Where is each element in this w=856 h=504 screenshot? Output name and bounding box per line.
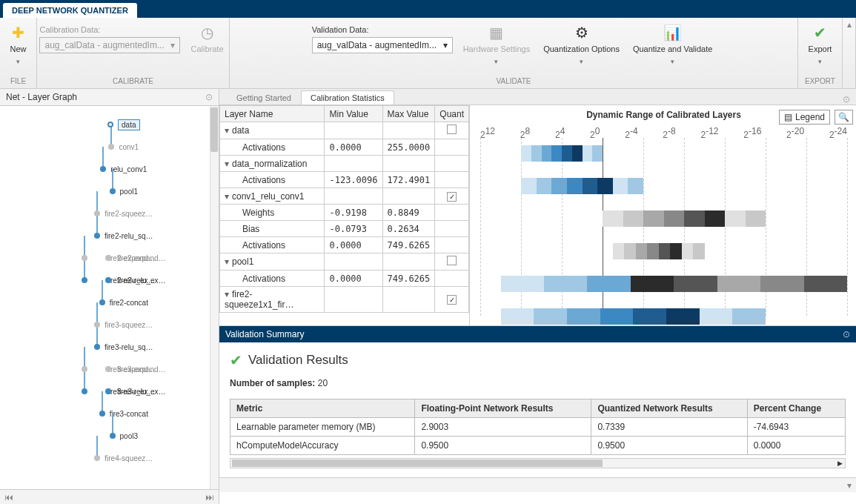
chart-bar — [501, 276, 848, 292]
layer-node[interactable]: fire2-relu_ex…fire2-relu_ex… — [82, 269, 166, 291]
calibration-data-dropdown[interactable]: aug_calData - augmentedIm...▾ — [39, 37, 180, 53]
bar-segment — [600, 308, 634, 325]
validation-data-value: aug_valData - augmentedIm... — [317, 40, 437, 50]
tab-menu-icon[interactable]: ⊙ — [843, 94, 850, 105]
layer-node[interactable]: fire3-concat — [99, 402, 148, 425]
pane-menu-icon[interactable]: ⊙ — [205, 92, 213, 102]
new-button[interactable]: ✚ New — [5, 21, 32, 67]
table-row[interactable]: ▾data — [220, 122, 469, 139]
table-row[interactable]: Bias-0.07930.2634 — [220, 221, 469, 237]
table-scrollbar[interactable]: ◀ ▶ — [230, 458, 846, 468]
table-row[interactable]: Activations0.0000749.6265 — [220, 237, 469, 253]
node-dot — [99, 299, 105, 305]
scroll-thumb[interactable] — [232, 460, 603, 467]
quantize-validate-button[interactable]: 📊 Quantize and Validate — [630, 21, 715, 67]
layer-graph-header: Net - Layer Graph ⊙ — [0, 89, 219, 106]
quantize-checkbox[interactable] — [447, 295, 457, 305]
col-layer-name[interactable]: Layer Name — [220, 106, 325, 122]
bar-segment — [537, 178, 552, 194]
cell-layer: ▾fire2-squeeze1x1_fir… — [220, 287, 325, 313]
scroll-thumb[interactable] — [210, 107, 218, 152]
bar-segment — [592, 145, 603, 162]
layer-node[interactable]: relu_conv1 — [100, 158, 147, 180]
validate-icon: 📊 — [663, 22, 683, 43]
file-group-label: FILE — [6, 77, 30, 85]
quantize-checkbox[interactable] — [447, 125, 457, 134]
cell-pct: -74.6943 — [747, 418, 845, 437]
quantize-checkbox[interactable] — [447, 256, 457, 265]
bar-segment — [693, 243, 704, 259]
tab-getting-started[interactable]: Getting Started — [227, 90, 301, 105]
table-row[interactable]: Activations0.0000255.0000 — [220, 139, 469, 156]
table-row[interactable]: ▾fire2-squeeze1x1_fir… — [220, 287, 469, 313]
legend-label: Legend — [795, 112, 825, 122]
bar-segment — [664, 210, 685, 227]
node-label: data — [118, 119, 139, 130]
expand-icon[interactable]: ▾ — [225, 289, 229, 299]
node-dot — [108, 144, 114, 150]
layer-graph[interactable]: dataconv1relu_conv1pool1fire2-squeez…fir… — [0, 106, 219, 489]
nav-last-icon[interactable]: ⏭ — [205, 492, 214, 503]
expand-icon[interactable]: ▾ — [225, 191, 229, 202]
validation-data-dropdown[interactable]: aug_valData - augmentedIm...▾ — [312, 37, 453, 53]
layer-node[interactable]: pool1 — [110, 180, 138, 202]
validation-summary-header: Validation Summary ⊙ — [219, 326, 856, 342]
col-max-value[interactable]: Max Value — [382, 106, 435, 122]
layer-node[interactable]: conv1 — [108, 136, 139, 158]
graph-scrollbar[interactable] — [210, 106, 219, 489]
table-row[interactable]: ▾pool1 — [220, 253, 469, 271]
nav-first-icon[interactable]: ⏮ — [4, 492, 13, 503]
legend-button[interactable]: ▤ Legend — [779, 110, 830, 125]
scroll-right-icon[interactable]: ▶ — [835, 459, 845, 468]
layer-node[interactable]: data — [107, 113, 139, 136]
zoom-icon: 🔍 — [838, 112, 849, 122]
cell-layer: Activations — [220, 172, 325, 188]
expand-icon[interactable]: ▾ — [225, 159, 229, 169]
bar-segment — [544, 276, 587, 292]
hardware-settings-label: Hardware Settings — [463, 44, 531, 54]
hardware-settings-button[interactable]: ▦ Hardware Settings — [460, 21, 534, 67]
layer-node[interactable]: fire2-expand…fire2-expand… — [82, 247, 166, 269]
chart-pane: Dynamic Range of Calibrated Layers ▤ Leg… — [470, 105, 856, 325]
quantize-checkbox[interactable] — [447, 192, 457, 202]
layer-node[interactable]: fire2-concat — [99, 291, 148, 314]
bar-segment — [603, 210, 623, 227]
bar-segment — [666, 308, 700, 325]
cell-max: 255.0000 — [382, 139, 435, 156]
node-dot — [105, 277, 111, 283]
expand-icon[interactable]: ▾ — [225, 125, 229, 136]
pane-menu-icon[interactable]: ⊙ — [843, 329, 850, 339]
layer-node[interactable]: fire2-relu_sq… — [94, 225, 153, 247]
options-icon: ⚙ — [571, 22, 592, 43]
layer-node[interactable]: fire3-expand…fire3-expand… — [82, 358, 166, 380]
tab-calibration-statistics[interactable]: Calibration Statistics — [301, 90, 394, 105]
node-dot — [99, 411, 105, 417]
layer-node[interactable]: fire3-squeez… — [94, 314, 153, 336]
layer-node[interactable]: fire4-squeez… — [94, 447, 153, 469]
quantization-options-button[interactable]: ⚙ Quantization Options — [540, 21, 623, 67]
bar-segment — [623, 210, 644, 227]
node-dot — [105, 366, 111, 372]
bar-segment — [613, 178, 628, 194]
layer-node[interactable]: fire3-relu_sq… — [94, 336, 153, 358]
bar-segment — [562, 145, 572, 162]
bar-segment — [674, 276, 717, 292]
table-row[interactable]: ▾conv1_relu_conv1 — [220, 188, 469, 205]
table-row[interactable]: Activations-123.0096172.4901 — [220, 172, 469, 188]
layer-node[interactable]: fire3-relu_ex…fire3-relu_ex… — [82, 380, 166, 402]
export-button[interactable]: ✔ Export — [806, 21, 835, 67]
col-quant[interactable]: Quant — [435, 106, 469, 122]
cell-min: -0.9198 — [325, 205, 382, 221]
table-row[interactable]: Activations0.0000749.6265 — [220, 271, 469, 287]
table-row[interactable]: ▾data_normalization — [220, 156, 469, 172]
pane-collapse-icon[interactable]: ▾ — [847, 480, 852, 491]
bar-segment — [760, 276, 803, 292]
layer-node[interactable]: fire2-squeez… — [94, 202, 153, 225]
expand-icon[interactable]: ▾ — [225, 256, 229, 267]
calibrate-button[interactable]: ◷ Calibrate — [188, 21, 226, 56]
col-min-value[interactable]: Min Value — [325, 106, 382, 122]
layer-node[interactable]: pool3 — [110, 425, 138, 447]
zoom-button[interactable]: 🔍 — [835, 110, 853, 125]
table-row[interactable]: Weights-0.91980.8849 — [220, 205, 469, 221]
ribbon-collapse-icon[interactable]: ▴ — [847, 19, 852, 30]
